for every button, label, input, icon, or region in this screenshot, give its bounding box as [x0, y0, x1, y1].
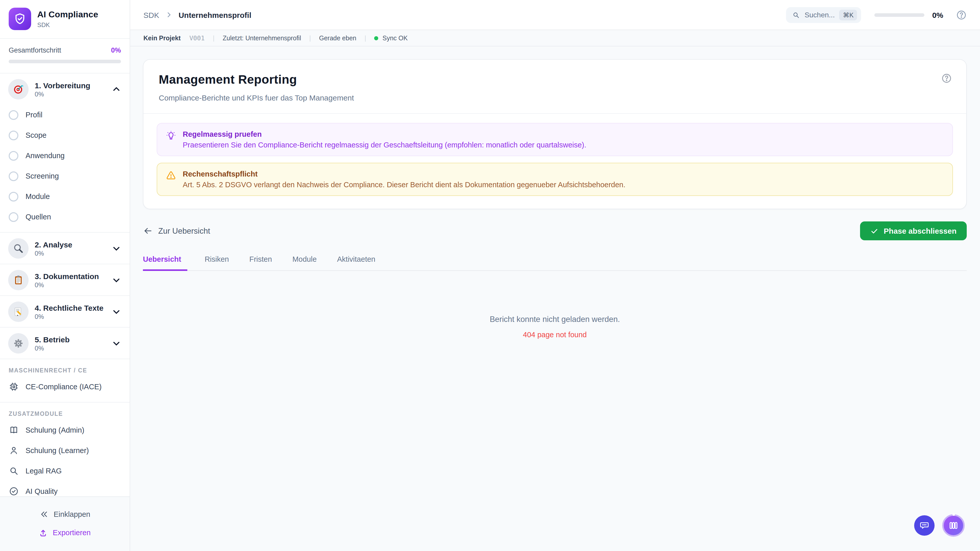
sidebar-item-anwendung[interactable]: Anwendung: [0, 145, 130, 166]
separator: |: [309, 35, 311, 41]
sidebar-nav: 1. Vorbereitung 0% Profil Scope Anwendun…: [0, 73, 130, 496]
help-circle-icon: [956, 10, 967, 20]
clipboard-icon: [8, 270, 29, 290]
last-saved-label: Zuletzt:: [223, 35, 244, 41]
magnifier-icon: [8, 238, 29, 259]
tab-fristen[interactable]: Fristen: [249, 255, 275, 271]
app-title: AI Compliance: [37, 10, 98, 20]
phase-label: 4. Rechtliche Texte: [35, 303, 106, 312]
book-icon: [9, 425, 19, 435]
chat-fab-button[interactable]: [914, 515, 935, 536]
page-subtitle: Compliance-Berichte und KPIs fuer das To…: [159, 94, 951, 102]
search-placeholder: Suchen...: [805, 11, 835, 19]
app-brand: AI Compliance SDK: [0, 0, 130, 39]
help-circle-icon: [941, 73, 952, 84]
search-icon: [792, 11, 800, 19]
target-icon: [8, 79, 29, 100]
phase-percent: 0%: [35, 281, 106, 289]
phase-group-betrieb: 5. Betrieb 0%: [0, 327, 130, 359]
page-header-card: Management Reporting Compliance-Berichte…: [143, 59, 967, 209]
breadcrumb-current: Unternehmensprofil: [179, 11, 251, 19]
chevron-up-icon: [112, 85, 121, 94]
radio-circle-icon: [9, 212, 18, 222]
sidebar-item-label: Module: [25, 192, 50, 200]
sidebar-item-scope[interactable]: Scope: [0, 125, 130, 145]
breadcrumb-root[interactable]: SDK: [143, 11, 159, 19]
last-saved-value: Unternehmensprofil: [245, 35, 301, 41]
sidebar-item-label: Quellen: [25, 213, 51, 221]
sidebar-item-schulung-admin[interactable]: Schulung (Admin): [0, 420, 130, 440]
check-circle-icon: [9, 486, 19, 496]
radio-circle-icon: [9, 171, 18, 181]
collapse-label: Einklappen: [54, 510, 90, 518]
export-button[interactable]: Exportieren: [0, 524, 130, 542]
sidebar-item-label: Anwendung: [25, 151, 65, 160]
arrow-left-icon: [143, 226, 153, 236]
sidebar-phase-vorbereitung[interactable]: 1. Vorbereitung 0%: [0, 73, 130, 105]
last-saved: Zuletzt: Unternehmensprofil: [223, 35, 301, 41]
chevron-down-icon: [112, 276, 121, 284]
sidebar-phase-rechtliche-texte[interactable]: 4. Rechtliche Texte 0%: [0, 296, 130, 327]
topbar-progress-bar: [875, 13, 924, 17]
collapse-sidebar-button[interactable]: Einklappen: [0, 505, 130, 524]
phase-label: 1. Vorbereitung: [35, 81, 106, 89]
tab-uebersicht[interactable]: Uebersicht: [143, 255, 187, 271]
tab-risiken[interactable]: Risiken: [205, 255, 232, 271]
sidebar-item-label: Legal RAG: [25, 467, 62, 475]
section-header-zusatzmodule: ZUSATZMODULE: [0, 403, 130, 420]
chevron-down-icon: [112, 245, 121, 252]
sidebar-item-ai-quality[interactable]: AI Quality: [0, 481, 130, 496]
warning-triangle-icon: [166, 170, 176, 181]
project-name: Kein Projekt: [143, 35, 181, 41]
notice-text: Art. 5 Abs. 2 DSGVO verlangt den Nachwei…: [183, 181, 625, 189]
sidebar: AI Compliance SDK Gesamtfortschritt 0%: [0, 0, 130, 551]
main-area: SDK Unternehmensprofil Suchen... ⌘K 0%: [130, 0, 980, 551]
section-maschinenrecht: MASCHINENRECHT / CE CE-Compliance (IACE): [0, 359, 130, 403]
phase-group-dokumentation: 3. Dokumentation 0%: [0, 264, 130, 296]
sidebar-item-profil[interactable]: Profil: [0, 105, 130, 125]
tab-module[interactable]: Module: [293, 255, 320, 271]
sidebar-item-module[interactable]: Module: [0, 186, 130, 206]
sidebar-item-label: Schulung (Admin): [25, 426, 84, 434]
sidebar-item-quellen[interactable]: Quellen: [0, 206, 130, 227]
phase-percent: 0%: [35, 91, 106, 98]
search-input[interactable]: Suchen... ⌘K: [786, 7, 861, 23]
updated-time: Gerade eben: [319, 35, 356, 41]
search-shortcut-badge: ⌘K: [839, 10, 857, 20]
chevron-right-icon: [165, 11, 172, 18]
complete-phase-button[interactable]: Phase abschliessen: [860, 221, 967, 240]
sidebar-item-label: Screening: [25, 172, 59, 180]
phase-percent: 0%: [35, 250, 106, 257]
gear-icon: [8, 333, 29, 354]
sidebar-item-screening[interactable]: Screening: [0, 166, 130, 186]
panel-fab-button[interactable]: [942, 514, 965, 537]
phase-label: 5. Betrieb: [35, 335, 106, 344]
sidebar-phase-betrieb[interactable]: 5. Betrieb 0%: [0, 327, 130, 359]
sidebar-item-label: CE-Compliance (IACE): [25, 383, 102, 391]
overall-progress-bar: [9, 60, 121, 63]
phase-label: 2. Analyse: [35, 240, 106, 249]
sidebar-item-ce-compliance[interactable]: CE-Compliance (IACE): [0, 376, 130, 397]
help-button[interactable]: [956, 10, 967, 20]
section-header-maschinenrecht: MASCHINENRECHT / CE: [0, 359, 130, 376]
sidebar-item-schulung-learner[interactable]: Schulung (Learner): [0, 440, 130, 461]
back-label: Zur Uebersicht: [158, 226, 210, 235]
back-to-overview-link[interactable]: Zur Uebersicht: [143, 226, 210, 236]
card-help-button[interactable]: [941, 73, 952, 84]
page-title: Management Reporting: [159, 73, 951, 87]
sidebar-phase-analyse[interactable]: 2. Analyse 0%: [0, 233, 130, 264]
empty-state-error: 404 page not found: [143, 330, 967, 339]
sidebar-phase-dokumentation[interactable]: 3. Dokumentation 0%: [0, 264, 130, 295]
notices: Regelmaessig pruefen Praesentieren Sie d…: [143, 114, 966, 209]
tab-aktivitaeten[interactable]: Aktivitaeten: [337, 255, 379, 271]
overall-progress-value: 0%: [111, 46, 121, 54]
phase-group-rechtliche-texte: 4. Rechtliche Texte 0%: [0, 296, 130, 327]
double-chevron-left-icon: [39, 510, 48, 519]
sidebar-item-legal-rag[interactable]: Legal RAG: [0, 461, 130, 481]
section-zusatzmodule: ZUSATZMODULE Schulung (Admin) Schulung (…: [0, 403, 130, 496]
sync-status: Sync OK: [374, 35, 408, 41]
sidebar-item-label: AI Quality: [25, 487, 58, 495]
separator: |: [213, 35, 215, 41]
notice-warning: Rechenschaftspflicht Art. 5 Abs. 2 DSGVO…: [157, 163, 953, 196]
notice-title: Rechenschaftspflicht: [183, 170, 625, 178]
